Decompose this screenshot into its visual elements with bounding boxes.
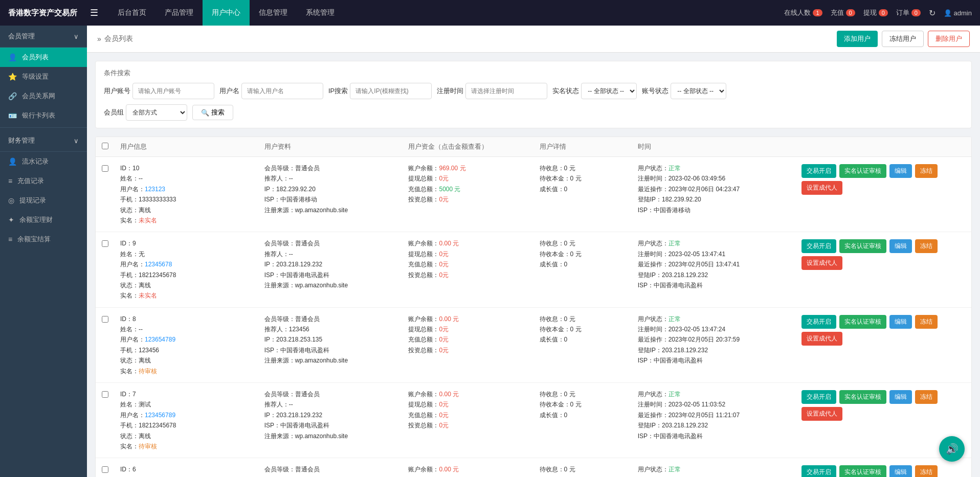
withdraw-count[interactable]: 提现 0: [863, 8, 888, 17]
account-field: 用户账号: [104, 83, 214, 99]
last-operation: 最近操作：2023年02月05日 20:37:59: [638, 334, 801, 345]
refresh-icon[interactable]: ↻: [929, 8, 936, 18]
pending-principal: 待收本金：0 元: [540, 249, 638, 259]
balance[interactable]: 账户余额：0.00 元: [408, 464, 539, 474]
growth-value: 成长值：0: [540, 184, 638, 194]
account-status-select[interactable]: -- 全部状态 --: [671, 83, 726, 99]
row-checkbox[interactable]: [102, 165, 108, 172]
freeze-button[interactable]: 冻结: [915, 315, 938, 329]
register-time: 注册时间：2023-02-05 11:03:52: [638, 399, 801, 410]
account-input[interactable]: [132, 83, 214, 99]
online-badge: 1: [813, 9, 822, 16]
nav-item-users[interactable]: 用户中心: [203, 0, 250, 26]
verify-button[interactable]: 实名认证审核: [839, 239, 886, 253]
register-time: 注册时间：2023-02-05 13:47:24: [638, 324, 801, 334]
user-username: 用户名：12345678: [120, 259, 264, 269]
ip-field: IP搜索: [328, 83, 432, 99]
verify-button[interactable]: 实名认证审核: [839, 164, 886, 178]
nav-item-dashboard[interactable]: 后台首页: [108, 0, 155, 26]
edit-button[interactable]: 编辑: [889, 164, 912, 178]
user-status-row: 用户状态：正常: [638, 464, 801, 474]
menu-icon[interactable]: ☰: [90, 7, 98, 18]
register-input[interactable]: [465, 83, 547, 99]
username-link[interactable]: 123123: [145, 186, 165, 193]
row-checkbox[interactable]: [102, 316, 108, 323]
withdraw-total: 提现总额：0元: [408, 399, 539, 410]
username-link[interactable]: 123456789: [145, 412, 175, 419]
freeze-user-button[interactable]: 冻结用户: [882, 31, 924, 47]
search-row-2: 会员组 全部方式 🔍 搜索: [104, 104, 963, 121]
account-label: 用户账号: [104, 86, 130, 96]
freeze-button[interactable]: 冻结: [915, 239, 938, 253]
sidebar-item-recharge-records[interactable]: ≡ 充值记录: [0, 171, 87, 191]
order-count[interactable]: 订单 0: [896, 8, 921, 17]
freeze-button[interactable]: 冻结: [915, 465, 938, 477]
time-cell: 用户状态：正常 注册时间：2023-02-05 13:47:41 最近操作：20…: [638, 238, 801, 290]
set-agent-button[interactable]: 设置成代人: [801, 407, 842, 421]
set-agent-button[interactable]: 设置成代人: [801, 332, 842, 346]
time-cell: 用户状态：正常 注册时间：2023-02-06 03:49:56 最近操作：20…: [638, 163, 801, 215]
username-input[interactable]: [241, 83, 323, 99]
username-link[interactable]: 123654789: [145, 336, 175, 343]
sidebar-item-withdraw-records[interactable]: ◎ 提现记录: [0, 191, 87, 210]
sidebar-item-bank-cards[interactable]: 🪪 银行卡列表: [0, 106, 87, 125]
verify-button[interactable]: 实名认证审核: [839, 390, 886, 404]
register-source: 注册来源：wp.amazonhub.site: [264, 431, 409, 441]
row-checkbox[interactable]: [102, 466, 108, 473]
add-user-button[interactable]: 添加用户: [837, 31, 878, 47]
username-link[interactable]: 12345678: [145, 261, 172, 268]
recharge-count[interactable]: 充值 0: [831, 8, 855, 17]
edit-button[interactable]: 编辑: [889, 239, 912, 253]
login-isp: ISP：中国香港电讯盈科: [638, 431, 801, 441]
balance[interactable]: 账户余额：969.00 元: [408, 163, 539, 173]
verify-button[interactable]: 实名认证审核: [839, 465, 886, 477]
admin-menu[interactable]: 👤 admin: [944, 9, 972, 17]
float-button[interactable]: 🔊: [939, 436, 965, 462]
trade-open-button[interactable]: 交易开启: [801, 164, 836, 178]
balance[interactable]: 账户余额：0.00 元: [408, 314, 539, 324]
trade-open-button[interactable]: 交易开启: [801, 239, 836, 253]
user-ip: IP：203.218.253.135: [264, 334, 409, 345]
balance[interactable]: 账户余额：0.00 元: [408, 389, 539, 399]
real-status-select[interactable]: -- 全部状态 --: [581, 83, 637, 99]
trade-open-button[interactable]: 交易开启: [801, 390, 836, 404]
sidebar-item-level-settings[interactable]: ⭐ 等级设置: [0, 67, 87, 86]
members-table: 用户信息 用户资料 用户资金（点击金额查看） 用户详情 时间 ID：10 姓名：…: [95, 137, 972, 477]
ip-input[interactable]: [350, 83, 432, 99]
select-all-checkbox[interactable]: [102, 143, 108, 149]
nav-item-info[interactable]: 信息管理: [250, 0, 297, 26]
user-isp: ISP：中国香港电讯盈科: [264, 420, 409, 430]
search-button[interactable]: 🔍 搜索: [192, 105, 233, 120]
user-detail-cell: 待收息：0 元 待收本金：0 元 成长值：0: [540, 238, 638, 269]
register-source: 注册来源：wp.amazonhub.site: [264, 355, 409, 366]
trade-open-button[interactable]: 交易开启: [801, 465, 836, 477]
sidebar-item-flow-records[interactable]: 👤 流水记录: [0, 152, 87, 171]
growth-value: 成长值：0: [540, 259, 638, 269]
sidebar-group-finance[interactable]: 财务管理 ∨: [0, 130, 87, 152]
balance[interactable]: 账户余额：0.00 元: [408, 238, 539, 248]
set-agent-button[interactable]: 设置成代人: [801, 256, 842, 270]
edit-button[interactable]: 编辑: [889, 315, 912, 329]
sidebar-item-member-list[interactable]: 👤 会员列表: [0, 48, 87, 67]
group-select[interactable]: 全部方式: [126, 104, 187, 121]
nav-item-system[interactable]: 系统管理: [297, 0, 344, 26]
search-panel: 条件搜索 用户账号 用户名 IP搜索 注册时间: [95, 61, 972, 128]
freeze-button[interactable]: 冻结: [915, 164, 938, 178]
sidebar-item-member-network[interactable]: 🔗 会员关系网: [0, 86, 87, 106]
action-cell: 交易开启 实名认证审核 编辑 冻结 设置成代人: [801, 389, 965, 421]
row-checkbox[interactable]: [102, 240, 108, 247]
set-agent-button[interactable]: 设置成代人: [801, 181, 842, 195]
nav-item-products[interactable]: 产品管理: [155, 0, 203, 26]
user-info-cell: ID：8 姓名：-- 用户名：123654789 手机：123456 状态：离线…: [120, 314, 264, 376]
sidebar-item-yuebao[interactable]: ✦ 余额宝理财: [0, 210, 87, 230]
trade-open-button[interactable]: 交易开启: [801, 315, 836, 329]
search-icon: 🔍: [201, 109, 209, 117]
verify-button[interactable]: 实名认证审核: [839, 315, 886, 329]
row-checkbox[interactable]: [102, 391, 108, 398]
edit-button[interactable]: 编辑: [889, 465, 912, 477]
edit-button[interactable]: 编辑: [889, 390, 912, 404]
sidebar-group-members[interactable]: 会员管理 ∨: [0, 26, 87, 48]
sidebar-item-yuebao-settlement[interactable]: ≡ 余额宝结算: [0, 230, 87, 249]
delete-user-button[interactable]: 删除用户: [928, 31, 970, 47]
freeze-button[interactable]: 冻结: [915, 390, 938, 404]
